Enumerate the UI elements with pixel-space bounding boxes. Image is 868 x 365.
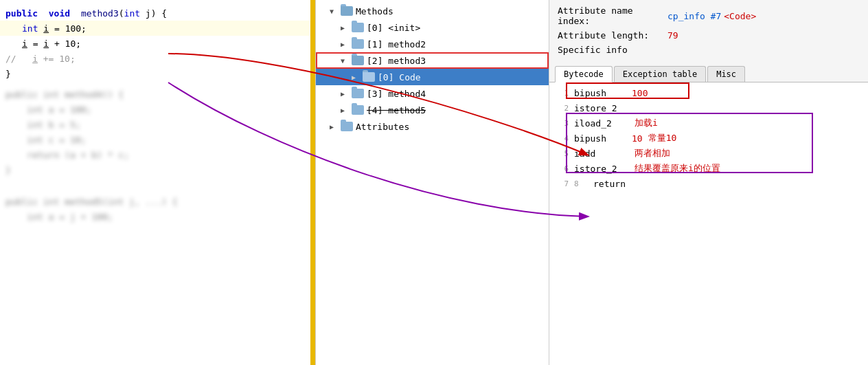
tree-label-attributes: Attributes [356,122,409,132]
tree-label-methods: Methods [356,6,393,16]
bc-comment-6: 结果覆盖原来i的位置 [635,162,720,175]
bc-line-6: 6 istore_2 结果覆盖原来i的位置 [555,161,863,176]
bc-instr-bipush-2: bipush [574,133,629,144]
gutter-yellow [310,0,315,365]
bc-instr-bipush-1: bipush [574,88,629,98]
space [41,8,46,19]
arrow-icon: ▼ [330,8,341,15]
specific-info-label: Specific info [558,45,860,55]
folder-icon-attributes [341,122,353,131]
blurred-line-8: int a = j + 100; [0,209,315,224]
bc-instr-istore-2: istore_2 [574,103,629,113]
bytecode-panel: 1 bipush 100 2 istore_2 3 iload_2 加载i 4 … [549,82,868,365]
bc-num-7: 7 [555,179,569,188]
tree-label-method4: [3] method4 [367,89,426,99]
folder-icon-method4 [352,89,364,98]
arrow-icon-method4: ▶ [341,90,352,98]
paren: ( [119,8,124,19]
blurred-line-6: } [0,162,315,177]
attr-name-label: Attribute name index: [558,5,667,26]
code-line-4: // i += 10; [0,51,315,66]
folder-icon-methods [341,6,353,16]
tree-label-code: [0] Code [378,72,421,82]
bc-line-1: 1 bipush 100 [555,85,863,100]
attr-name-row: Attribute name index: cp_info #7 <Code> [558,5,860,26]
tree-item-method3[interactable]: ▼ [2] method3 [316,52,549,69]
tabs-bar: Bytecode Exception table Misc [549,66,868,82]
tree-item-attributes[interactable]: ▶ Attributes [316,118,549,135]
right-panel: Attribute name index: cp_info #7 <Code> … [549,0,868,365]
attr-info: Attribute name index: cp_info #7 <Code> … [549,0,868,63]
tree-label-init: [0] <init> [367,23,420,33]
bc-line-3: 3 iload_2 加载i [555,115,863,131]
folder-icon-method5 [352,105,364,115]
arrow-icon-attributes: ▶ [330,123,341,131]
bc-arg-10: 10 [632,133,643,144]
attr-length-row: Attribute length: 79 [558,30,860,41]
bc-instr-iadd: iadd [574,148,629,159]
blurred-line-3: int b = 5; [0,117,315,132]
tree-label-method2: [1] method2 [367,39,426,49]
tab-exception-table[interactable]: Exception table [614,66,706,82]
blurred-line-4: int c = 10; [0,132,315,147]
tree-label-method5: [4] method5 [367,105,426,115]
tree-item-methods[interactable]: ▼ Methods [316,3,549,19]
bc-line-5: 5 iadd 两者相加 [555,146,863,161]
folder-icon-method2 [352,39,364,49]
blurred-line-1: public int method4() { [0,87,315,102]
bc-num-5: 5 [555,149,569,158]
type-int-2: int [22,23,38,34]
bc-offset-8: 8 [574,179,588,188]
attr-length-value: 79 [667,30,678,41]
bc-line-7: 7 8 return [555,176,863,191]
comment-rest: += 10; [38,54,76,64]
code-line-2: int i = 100; [0,21,315,36]
keyword-void: void [49,8,70,19]
blurred-line-7: public int method5(int j, ...) { [0,194,315,209]
var-i-2: i [22,38,27,49]
bc-line-4: 4 bipush 10 常量10 [555,131,863,146]
var-i-3: i [43,38,49,49]
tree-item-init[interactable]: ▶ [0] <init> [316,19,549,36]
arrow-icon-method2: ▶ [341,41,352,48]
folder-icon-code [363,72,375,82]
tab-misc[interactable]: Misc [707,66,745,82]
tree-item-method5[interactable]: ▶ [4] method5 [316,102,549,118]
code-panel: public void method3 ( int j) { int i = 1… [0,0,316,365]
bc-num-2: 2 [555,104,569,113]
bc-comment-4: 常量10 [648,132,677,144]
arrow-icon-code: ▶ [352,74,363,81]
attr-length-label: Attribute length: [558,30,667,41]
tree-content: ▼ Methods ▶ [0] <init> ▶ [1] method2 [316,0,549,137]
keyword-public: public [5,8,38,19]
tree-label-method3: [2] method3 [367,56,426,66]
method-name: method3 [81,8,119,19]
folder-icon-init [352,23,364,32]
tree-item-code[interactable]: ▶ [0] Code [316,69,549,85]
folder-icon-method3 [352,56,364,65]
tree-item-method2[interactable]: ▶ [1] method2 [316,36,549,52]
blurred-line-5: return (a + b) * c; [0,147,315,162]
attr-name-link[interactable]: cp_info #7 [667,11,721,21]
closing-brace: } [5,69,11,79]
bc-num-4: 4 [555,134,569,143]
attr-name-code: <Code> [724,11,756,21]
param: j) { [140,8,167,19]
bc-instr-iload-2: iload_2 [574,118,629,129]
bc-num-6: 6 [555,164,569,173]
bc-comment-3: 加载i [635,117,658,129]
comment-line: // [5,54,32,64]
tab-bytecode[interactable]: Bytecode [555,66,613,82]
arrow-icon-init: ▶ [341,24,352,32]
tree-item-method4[interactable]: ▶ [3] method4 [316,85,549,102]
code-line-1: public void method3 ( int j) { [0,5,315,21]
blurred-line-2: int a = 100; [0,102,315,117]
bc-line-2: 2 istore_2 [555,100,863,115]
code-line-5: } [0,66,315,81]
bc-arg-100: 100 [632,88,648,98]
blurred-section-2: public int method5(int j, ...) { int a =… [0,194,315,224]
val-100: 100; [65,23,87,34]
tree-panel: ▼ Methods ▶ [0] <init> ▶ [1] method2 [316,0,549,365]
bc-num-1: 1 [555,89,569,98]
bc-num-3: 3 [555,119,569,128]
